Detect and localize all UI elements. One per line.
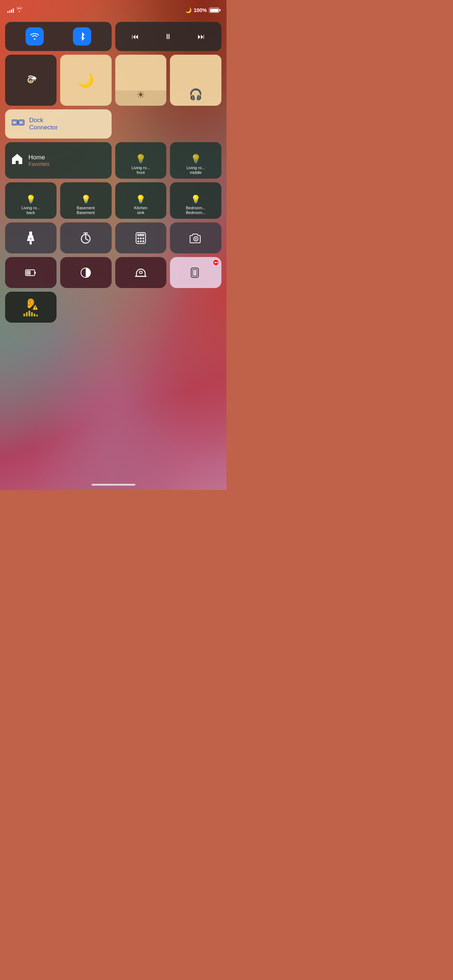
light-living-front[interactable]: 💡 Living ro...front: [115, 142, 167, 179]
light-label-middle: Living ro...middle: [187, 165, 205, 175]
light-icon-basement: 💡: [81, 195, 91, 204]
timer-button[interactable]: [60, 223, 112, 253]
svg-point-16: [142, 237, 144, 239]
empty-cell-1: [115, 110, 167, 138]
do-not-disturb-button[interactable]: 🌙: [60, 55, 112, 106]
sleep-focus-button[interactable]: [115, 257, 167, 288]
dark-mode-button[interactable]: [60, 257, 112, 288]
row-home: Home Favorites 💡 Living ro...front 💡 Liv…: [5, 142, 222, 179]
light-label-back: Living ro...back: [22, 205, 40, 215]
svg-rect-19: [142, 240, 144, 242]
home-text: Home Favorites: [29, 154, 49, 167]
bluetooth-button[interactable]: [73, 27, 91, 46]
light-living-middle[interactable]: 💡 Living ro...middle: [170, 142, 222, 179]
hearing-icon: 👂 ⚠️: [25, 298, 37, 309]
media-pause-button[interactable]: ⏸: [161, 30, 175, 43]
connectivity-box: [5, 22, 112, 51]
battery-fill: [210, 9, 219, 12]
light-bedroom[interactable]: 💡 Bedroom...Bedroom...: [170, 182, 222, 219]
home-subtitle: Favorites: [29, 161, 49, 167]
light-icon-back: 💡: [26, 195, 36, 204]
calculator-button[interactable]: [115, 223, 167, 253]
signal-bar-2: [9, 11, 10, 13]
home-bar: [91, 484, 135, 485]
moon-icon: 🌙: [185, 7, 191, 13]
svg-rect-9: [30, 241, 32, 245]
svg-rect-27: [214, 262, 216, 263]
flashlight-button[interactable]: [5, 223, 57, 253]
empty-cell-2: [170, 110, 222, 138]
signal-bars: [7, 8, 14, 13]
low-power-button[interactable]: [5, 257, 57, 288]
h-bar-1: [23, 313, 25, 317]
signal-bar-1: [7, 11, 8, 13]
screen-record-button[interactable]: [170, 257, 222, 288]
light-label-bedroom: Bedroom...Bedroom...: [186, 205, 206, 215]
wifi-status-icon: [16, 7, 22, 13]
h-bar-5: [33, 313, 35, 317]
svg-rect-6: [13, 121, 16, 124]
airplay-button[interactable]: 🎧: [170, 55, 222, 106]
svg-rect-13: [137, 234, 144, 236]
svg-rect-26: [139, 271, 142, 274]
hearing-level-bars: [23, 310, 38, 317]
row-extras: [5, 257, 222, 288]
row-hearing: 👂 ⚠️: [5, 292, 222, 323]
svg-point-0: [34, 38, 35, 40]
media-next-button[interactable]: ⏭: [195, 30, 208, 43]
home-title: Home: [29, 154, 49, 161]
svg-text:🔒: 🔒: [29, 78, 33, 83]
h-bar-4: [31, 312, 33, 317]
dock-connector-label: Dock Connector: [29, 117, 57, 132]
brightness-icon: ☀: [136, 89, 145, 100]
row-lights: 💡 Living ro...back 💡 BasementBasement 💡 …: [5, 182, 222, 219]
row-quick-controls: 🔒 🌙 ☀ 🎧: [5, 55, 222, 106]
svg-rect-24: [35, 272, 36, 274]
screen-rotation-button[interactable]: 🔒: [5, 55, 57, 106]
svg-rect-29: [193, 269, 197, 276]
signal-bar-3: [11, 10, 12, 13]
light-basement[interactable]: 💡 BasementBasement: [60, 182, 112, 219]
row-tools: [5, 223, 222, 253]
camera-button[interactable]: [170, 223, 222, 253]
brightness-slider[interactable]: ☀: [115, 55, 167, 106]
media-controls-box: ⏮ ⏸ ⏭: [115, 22, 222, 51]
h-bar-2: [26, 312, 28, 317]
dock-connector-button[interactable]: Dock Connector: [5, 110, 112, 138]
svg-point-15: [140, 237, 142, 239]
light-icon-bedroom: 💡: [191, 195, 201, 204]
signal-bar-4: [13, 8, 14, 13]
light-living-back[interactable]: 💡 Living ro...back: [5, 182, 57, 219]
svg-point-18: [140, 240, 142, 242]
hearing-warning-icon: ⚠️: [32, 305, 38, 310]
h-bar-3: [29, 310, 30, 317]
wifi-button[interactable]: [26, 27, 44, 46]
svg-point-21: [195, 238, 197, 240]
h-bar-6: [36, 315, 38, 317]
row-dock-connector: Dock Connector: [5, 110, 222, 138]
record-badge: [214, 260, 219, 265]
status-bar: 🌙 100%: [0, 0, 226, 18]
control-center-panel: ⏮ ⏸ ⏭ 🔒 🌙 ☀: [0, 18, 226, 479]
svg-point-14: [137, 237, 139, 239]
svg-rect-23: [26, 270, 30, 275]
airplay-icon: 🎧: [189, 88, 203, 100]
light-icon-front: 💡: [135, 154, 146, 164]
home-favorites-button[interactable]: Home Favorites: [5, 142, 112, 179]
row-connectivity: ⏮ ⏸ ⏭: [5, 22, 222, 51]
home-icon: [11, 153, 23, 168]
light-icon-middle: 💡: [190, 154, 201, 164]
status-right: 🌙 100%: [185, 7, 219, 13]
light-kitchen[interactable]: 💡 Kitchensink: [115, 182, 167, 219]
svg-point-10: [30, 238, 32, 240]
hearing-button[interactable]: 👂 ⚠️: [5, 292, 57, 323]
media-prev-button[interactable]: ⏮: [129, 30, 142, 43]
svg-point-17: [137, 240, 139, 242]
light-label-basement: BasementBasement: [77, 205, 95, 215]
dock-connector-icon: [12, 118, 25, 130]
light-icon-kitchen: 💡: [136, 195, 145, 204]
svg-rect-8: [29, 232, 32, 235]
status-left: [7, 7, 22, 13]
home-indicator[interactable]: [0, 479, 226, 490]
light-label-front: Living ro...front: [132, 165, 150, 175]
